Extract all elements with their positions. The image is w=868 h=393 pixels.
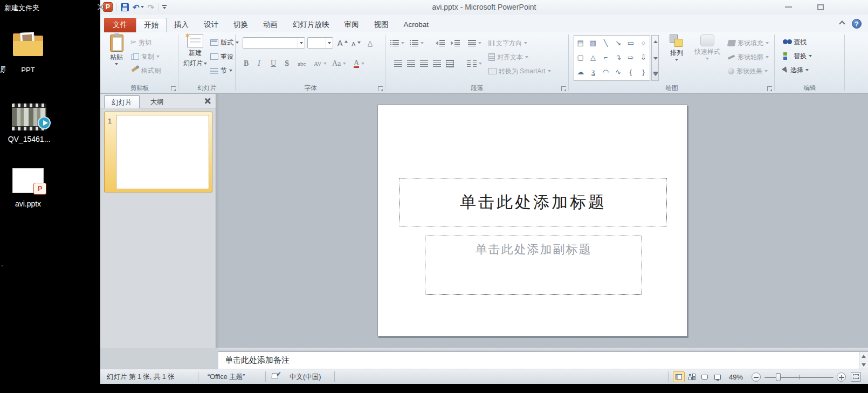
format-painter-button[interactable]: 格式刷 <box>130 65 161 77</box>
clear-formatting-button[interactable]: A <box>368 37 373 49</box>
shape-down-arrow-icon[interactable]: ⇩ <box>637 50 650 65</box>
reading-view-button[interactable] <box>699 371 711 382</box>
scroll-up-icon[interactable] <box>653 40 658 43</box>
arrange-button[interactable]: 排列 <box>664 35 689 61</box>
dialog-launcher-icon[interactable] <box>561 86 566 91</box>
slide-counter[interactable]: 幻灯片 第 1 张, 共 1 张 <box>107 373 175 382</box>
text-direction-button[interactable]: 文字方向 <box>488 37 527 49</box>
bullets-button[interactable] <box>392 37 404 49</box>
dialog-launcher-icon[interactable] <box>171 86 176 91</box>
tab-home[interactable]: 开始 <box>136 18 167 32</box>
tab-slideshow[interactable]: 幻灯片放映 <box>285 18 337 32</box>
notes-splitter[interactable] <box>218 348 868 351</box>
shape-elbow-connector-icon[interactable]: ⌐ <box>600 50 612 65</box>
convert-smartart-button[interactable]: 转换为 SmartArt <box>488 65 551 77</box>
shape-arc-icon[interactable]: ◠ <box>600 65 612 79</box>
underline-button[interactable]: U <box>271 58 276 70</box>
scroll-down-icon[interactable] <box>862 363 866 367</box>
text-shadow-button[interactable]: S <box>285 58 289 70</box>
shape-curve-icon[interactable]: ∿ <box>612 65 624 79</box>
desktop-label-new-folder[interactable]: 新建文件夹 <box>4 3 39 13</box>
quick-styles-button[interactable]: 快速样式 <box>691 35 724 60</box>
shrink-font-button[interactable]: A <box>352 38 361 50</box>
language-indicator[interactable]: 中文(中国) <box>290 373 321 382</box>
shape-left-brace-icon[interactable]: { <box>624 65 637 79</box>
shape-elbow-arrow-icon[interactable]: ↴ <box>612 50 624 65</box>
align-left-button[interactable] <box>394 58 402 70</box>
shape-effects-button[interactable]: 形状效果 <box>728 65 768 77</box>
strikethrough-button[interactable]: abc <box>298 58 306 70</box>
desktop-icon-video-file[interactable]: QV_15461... <box>3 104 55 143</box>
font-size-combo[interactable] <box>307 37 333 49</box>
shape-line-icon[interactable]: ╲ <box>600 36 612 50</box>
tab-slides-thumbnails[interactable]: 幻灯片 <box>104 95 140 108</box>
reset-button[interactable]: 重设 <box>210 51 233 63</box>
decrease-indent-button[interactable] <box>436 37 445 49</box>
slide[interactable]: 单击此处添加标题 单击此处添加副标题 <box>377 105 687 336</box>
change-case-button[interactable]: Aa <box>332 58 346 70</box>
shape-arrow-icon[interactable]: ↘ <box>612 36 624 50</box>
close-panel-icon[interactable] <box>204 97 212 105</box>
title-placeholder[interactable]: 单击此处添加标题 <box>399 178 667 226</box>
fit-to-window-button[interactable] <box>851 372 861 382</box>
tab-animations[interactable]: 动画 <box>256 18 285 32</box>
distribute-button[interactable] <box>446 58 454 70</box>
scroll-down-icon[interactable] <box>653 57 658 60</box>
tab-review[interactable]: 审阅 <box>337 18 367 32</box>
copy-button[interactable]: 复制 <box>130 51 160 63</box>
find-button[interactable]: 查找 <box>783 36 807 48</box>
section-button[interactable]: 节 <box>210 65 232 77</box>
tab-file[interactable]: 文件 <box>104 18 136 32</box>
font-color-button[interactable]: A <box>354 58 364 70</box>
slide-thumbnail-selected[interactable]: 1 <box>104 112 212 192</box>
line-spacing-button[interactable] <box>468 37 481 49</box>
paste-button[interactable]: 粘贴 <box>106 35 127 65</box>
collapse-ribbon-icon[interactable] <box>839 20 845 26</box>
zoom-percentage[interactable]: 49% <box>729 373 743 381</box>
notes-panel[interactable]: 单击此处添加备注 <box>218 351 868 369</box>
help-icon[interactable]: ? <box>852 19 862 29</box>
slide-sorter-view-button[interactable] <box>686 371 698 382</box>
shape-rounded-rectangle-icon[interactable]: ▢ <box>574 50 587 65</box>
desktop-icon-pptx-file[interactable]: P avi.pptx <box>6 168 50 208</box>
zoom-slider-thumb[interactable] <box>776 373 781 381</box>
desktop-icon-ppt-folder[interactable]: PPT <box>6 33 50 74</box>
align-right-button[interactable] <box>420 58 428 70</box>
tab-view[interactable]: 视图 <box>367 18 396 32</box>
shape-right-arrow-icon[interactable]: ⇨ <box>624 50 637 65</box>
increase-indent-button[interactable] <box>451 37 460 49</box>
shape-triangle-icon[interactable]: △ <box>587 50 599 65</box>
tab-acrobat[interactable]: Acrobat <box>396 18 437 32</box>
shapes-gallery[interactable]: ▤ ▥ ╲ ↘ ▭ ○ ▢ △ ⌐ ↴ ⇨ ⇩ ☁ ʓ ◠ ∿ { } <box>574 35 650 81</box>
shape-freeform-icon[interactable]: ☁ <box>574 65 587 79</box>
subtitle-placeholder[interactable]: 单击此处添加副标题 <box>425 236 642 295</box>
shape-textbox-icon[interactable]: ▤ <box>574 36 587 50</box>
align-center-button[interactable] <box>407 58 415 70</box>
zoom-out-button[interactable] <box>752 373 761 382</box>
shapes-gallery-scrollbar[interactable] <box>651 35 659 81</box>
notes-scrollbar[interactable] <box>859 352 868 369</box>
shape-vertical-textbox-icon[interactable]: ▥ <box>587 36 599 50</box>
tab-outline[interactable]: 大纲 <box>142 95 172 108</box>
maximize-button[interactable] <box>812 2 829 12</box>
tab-design[interactable]: 设计 <box>196 18 226 32</box>
close-button[interactable] <box>93 2 109 12</box>
shape-rectangle-icon[interactable]: ▭ <box>624 36 637 50</box>
slideshow-view-button[interactable] <box>712 371 724 382</box>
spellcheck-icon[interactable]: ✓ <box>272 372 280 380</box>
columns-button[interactable] <box>467 58 482 70</box>
gallery-more-icon[interactable] <box>653 73 658 76</box>
font-name-combo[interactable] <box>243 37 305 49</box>
zoom-in-button[interactable] <box>837 373 846 382</box>
select-button[interactable]: 选择 <box>783 64 809 76</box>
cut-button[interactable]: ✂ 剪切 <box>130 37 151 49</box>
notes-placeholder[interactable]: 单击此处添加备注 <box>225 355 290 366</box>
minimize-button[interactable] <box>780 2 796 12</box>
shape-fill-button[interactable]: 形状填充 <box>728 37 769 49</box>
character-spacing-button[interactable]: AV <box>314 58 327 70</box>
shape-oval-icon[interactable]: ○ <box>637 36 650 50</box>
tab-transitions[interactable]: 切换 <box>226 18 256 32</box>
tab-insert[interactable]: 插入 <box>167 18 196 32</box>
justify-button[interactable] <box>433 58 441 70</box>
numbering-button[interactable] <box>412 37 424 49</box>
